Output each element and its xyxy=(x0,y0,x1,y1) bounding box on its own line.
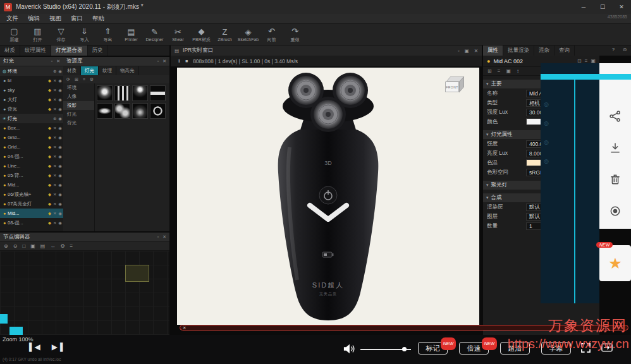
delete-icon[interactable]: ✕ xyxy=(53,97,56,102)
node-handle[interactable] xyxy=(9,327,23,335)
node-tool-icon[interactable]: ⊕ xyxy=(4,243,8,249)
focus-icon[interactable]: ◆ xyxy=(48,164,51,169)
focus-icon[interactable]: ◆ xyxy=(48,97,51,102)
float-panel-icon[interactable]: ▫ xyxy=(51,59,52,64)
close-panel-icon[interactable]: ✕ xyxy=(162,234,166,240)
toolbar-button[interactable]: ↷ 重做 xyxy=(283,27,307,43)
light-tree-row[interactable]: ● 05-背... ◆ ✕ ◉ xyxy=(0,171,63,180)
delete-icon[interactable]: ✕ xyxy=(53,192,56,197)
toolbar-button[interactable]: ▽ 保存 xyxy=(49,27,73,43)
maximize-button[interactable]: ☐ xyxy=(593,0,612,14)
speed-button[interactable]: 倍速 NEW xyxy=(459,342,489,355)
toolbar-button[interactable]: ◈ SketchFab xyxy=(236,27,260,42)
library-tab[interactable]: 物高光 xyxy=(116,66,139,75)
library-category[interactable]: 灯光 xyxy=(63,110,94,119)
library-tab[interactable]: 纹理 xyxy=(99,66,116,75)
delete-icon[interactable]: ✕ xyxy=(53,88,56,93)
library-category[interactable]: 环境 xyxy=(63,83,94,92)
focus-icon[interactable]: ◆ xyxy=(48,135,51,140)
library-tool-icon[interactable]: ≡ xyxy=(83,77,85,82)
toolbar-button[interactable]: ✎ Designer xyxy=(143,27,166,42)
visibility-icon[interactable]: ◉ xyxy=(58,183,62,188)
focus-icon[interactable]: ◆ xyxy=(48,183,51,188)
library-tool-icon[interactable]: ⟳ xyxy=(66,77,70,82)
menu-item[interactable]: 编辑 xyxy=(28,15,40,23)
toolbar-button[interactable]: ⇑ 导出 xyxy=(96,27,119,43)
library-category[interactable]: 背光 xyxy=(63,119,94,128)
delete-icon[interactable]: ✕ xyxy=(53,135,56,140)
visibility-icon[interactable]: ◉ xyxy=(58,88,62,93)
focus-icon[interactable]: ◆ xyxy=(48,221,51,226)
menu-item[interactable]: 视图 xyxy=(49,15,61,23)
light-tree-row[interactable]: ● Grid... ◆ ✕ ◉ xyxy=(0,142,63,152)
float-panel-icon[interactable]: ▫ xyxy=(458,48,460,54)
light-tree-row[interactable]: ● bl ◆ ✕ ◉ xyxy=(0,76,63,85)
properties-tool-icon[interactable]: ≡ xyxy=(498,68,501,74)
visibility-icon[interactable]: ◉ xyxy=(58,164,62,169)
visibility-icon[interactable]: ◉ xyxy=(58,126,62,131)
light-preset-thumbnail[interactable] xyxy=(132,103,148,119)
focus-icon[interactable]: ◆ xyxy=(48,154,51,159)
light-tree-row[interactable]: ● 06/顶光轴+ ◆ ✕ ◉ xyxy=(0,190,63,199)
light-preset-thumbnail[interactable] xyxy=(97,103,113,119)
close-button[interactable]: ✕ xyxy=(612,0,631,14)
float-panel-icon[interactable]: ▫ xyxy=(157,234,159,240)
light-tree-row[interactable]: ● Box... ◆ ✕ ◉ xyxy=(0,123,63,133)
node-tool-icon[interactable]: ⊖ xyxy=(13,243,18,249)
focus-icon[interactable]: ◆ xyxy=(48,88,51,93)
ipr-menu-icon[interactable]: ▤ xyxy=(175,48,179,54)
maximize-panel-icon[interactable]: ▣ xyxy=(465,48,469,54)
node-handle[interactable] xyxy=(0,314,8,324)
dock-tab[interactable]: 纹理属性 xyxy=(20,46,51,56)
stop-render-icon[interactable]: ■ xyxy=(185,59,188,63)
volume-icon[interactable] xyxy=(343,344,355,356)
download-icon[interactable] xyxy=(609,142,622,154)
focus-icon[interactable]: ◆ xyxy=(48,192,51,197)
focus-icon[interactable]: ◆ xyxy=(48,173,51,178)
library-category[interactable]: 投影 xyxy=(63,101,94,110)
library-tool-icon[interactable]: ⚙ xyxy=(90,77,94,82)
properties-tool-icon[interactable]: ▣ xyxy=(506,68,511,74)
light-tree-row[interactable]: ● 04-强... ◆ ✕ ◉ xyxy=(0,152,63,161)
next-button[interactable]: ▶▐ xyxy=(52,343,63,351)
render-viewport[interactable]: 3D SID超人 完美品质 FRONT xyxy=(177,68,479,325)
light-tree-row[interactable]: ● Mid... ◆ ✕ ◉ xyxy=(0,209,63,218)
dock-tab[interactable]: 历史 xyxy=(88,46,108,56)
light-preset-thumbnail[interactable] xyxy=(114,103,130,119)
share-icon[interactable] xyxy=(609,110,622,123)
overlay-tool-icon[interactable]: ◎ xyxy=(544,120,549,126)
light-tree-row[interactable]: ● Grid... ◆ ✕ ◉ xyxy=(0,133,63,142)
toolbar-button[interactable]: ⇓ 导入 xyxy=(73,27,96,43)
delete-icon[interactable]: ✕ xyxy=(53,145,56,150)
previous-button[interactable]: ▌◀ xyxy=(29,343,40,351)
light-preset-thumbnail[interactable] xyxy=(150,85,166,101)
record-icon[interactable] xyxy=(609,205,622,217)
light-tree-row[interactable]: ● 大灯 ◆ ✕ ◉ xyxy=(0,95,63,104)
favorite-card[interactable]: ★ xyxy=(599,245,631,281)
delete-icon[interactable]: ✕ xyxy=(53,183,56,188)
node-tool-icon[interactable]: □ xyxy=(22,243,25,249)
visibility-icon[interactable]: ◉ xyxy=(58,173,62,178)
visibility-icon[interactable]: ◉ xyxy=(58,202,62,207)
light-preset-thumbnail[interactable] xyxy=(114,85,130,101)
toolbar-button[interactable]: ▤ Printer xyxy=(119,27,143,42)
visibility-icon[interactable]: ◉ xyxy=(58,145,62,150)
visibility-icon[interactable]: ◉ xyxy=(58,154,62,159)
pin-icon[interactable]: ⊙ xyxy=(620,47,630,52)
delete-icon[interactable]: ✕ xyxy=(53,211,56,216)
delete-icon[interactable]: ⊕ xyxy=(53,116,56,121)
toolbar-button[interactable]: ◆ PBR材质 xyxy=(190,27,213,43)
focus-icon[interactable]: ◆ xyxy=(48,78,51,83)
dock-tab[interactable]: 灯光混合器 xyxy=(51,46,88,56)
delete-icon[interactable]: ✕ xyxy=(53,78,56,83)
float-panel-icon[interactable]: ▫ xyxy=(157,59,159,64)
toolbar-button[interactable]: ↶ 向前 xyxy=(260,27,283,43)
library-category[interactable]: 人像 xyxy=(63,92,94,101)
close-panel-icon[interactable]: ✕ xyxy=(56,59,60,64)
node-tool-icon[interactable]: ≡ xyxy=(70,243,73,249)
node-tool-icon[interactable]: ↔ xyxy=(50,243,55,249)
node-tool-icon[interactable]: ⚙ xyxy=(60,243,64,249)
view-cube-front-face[interactable]: FRONT xyxy=(445,82,459,92)
light-tree-row[interactable]: ● 07高亮全灯 ◆ ✕ ◉ xyxy=(0,199,63,209)
menu-item[interactable]: 窗口 xyxy=(71,15,83,23)
